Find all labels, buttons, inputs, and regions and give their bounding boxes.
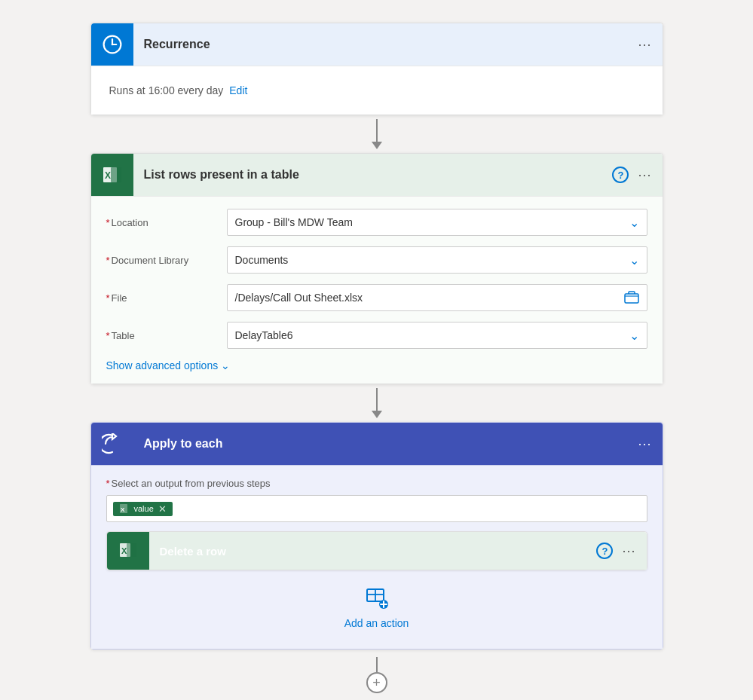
table-row: * Table DelayTable6 ⌄ xyxy=(106,322,647,349)
connector-1 xyxy=(372,115,382,153)
file-input[interactable]: /Delays/Call Out Sheet.xlsx xyxy=(227,284,647,311)
doc-library-chevron-icon: ⌄ xyxy=(629,253,639,267)
list-rows-card: X List rows present in a table ? ··· * L… xyxy=(90,153,663,384)
bottom-arrow-line xyxy=(376,657,378,672)
file-browse-icon[interactable] xyxy=(624,290,639,306)
location-value: Group - Bill's MDW Team xyxy=(235,216,353,228)
apply-icon-container xyxy=(91,423,133,465)
recurrence-title: Recurrence xyxy=(133,38,638,51)
document-library-value: Documents xyxy=(235,254,289,266)
location-chevron-icon: ⌄ xyxy=(629,216,639,230)
apply-to-each-card: Apply to each ··· * Select an output fro… xyxy=(90,422,663,650)
list-rows-actions: ? ··· xyxy=(612,167,651,183)
list-rows-help-icon[interactable]: ? xyxy=(612,167,629,183)
tag-close-icon[interactable]: ✕ xyxy=(158,503,167,515)
delete-row-excel-icon: X xyxy=(118,540,139,561)
show-advanced-label: Show advanced options xyxy=(106,359,219,371)
list-rows-icon-container: X xyxy=(91,154,133,196)
location-dropdown[interactable]: Group - Bill's MDW Team ⌄ xyxy=(227,209,647,236)
arrow-head-2 xyxy=(372,411,382,418)
value-tag: X value ✕ xyxy=(113,502,173,516)
delete-row-header: X Delete a row ? ··· xyxy=(107,532,647,570)
table-label: * Table xyxy=(106,330,227,341)
bottom-connector: + xyxy=(366,657,387,693)
list-rows-body: * Location Group - Bill's MDW Team ⌄ * D… xyxy=(91,196,663,384)
add-action-container: Add an action xyxy=(106,585,647,637)
arrow-line-1 xyxy=(376,119,378,142)
tag-value-text: value xyxy=(134,504,154,513)
location-required: * xyxy=(106,217,110,228)
location-row: * Location Group - Bill's MDW Team ⌄ xyxy=(106,209,647,236)
recurrence-info: Runs at 16:00 every day Edit xyxy=(106,78,647,102)
svg-text:X: X xyxy=(105,170,111,181)
svg-text:X: X xyxy=(121,506,125,513)
list-rows-header: X List rows present in a table ? ··· xyxy=(91,154,663,196)
table-dropdown[interactable]: DelayTable6 ⌄ xyxy=(227,322,647,349)
svg-rect-9 xyxy=(127,543,136,557)
delete-row-icon-container: X xyxy=(107,532,149,570)
location-label: * Location xyxy=(106,217,227,228)
file-required: * xyxy=(106,292,110,304)
table-value: DelayTable6 xyxy=(235,329,293,341)
doc-library-required: * xyxy=(106,255,110,266)
apply-loop-icon xyxy=(102,433,123,454)
document-library-label: * Document Library xyxy=(106,255,227,266)
table-required: * xyxy=(106,330,110,341)
clock-icon xyxy=(102,34,123,55)
add-action-icon xyxy=(365,585,389,614)
file-label: * File xyxy=(106,292,227,304)
apply-title: Apply to each xyxy=(133,437,638,451)
recurrence-runs-text: Runs at 16:00 every day xyxy=(109,84,224,96)
file-row: * File /Delays/Call Out Sheet.xlsx xyxy=(106,284,647,311)
select-output-label: * Select an output from previous steps xyxy=(106,478,647,489)
delete-row-more-menu[interactable]: ··· xyxy=(622,543,635,559)
list-rows-title: List rows present in a table xyxy=(133,168,613,182)
connector-2 xyxy=(372,384,382,422)
arrow-head-1 xyxy=(372,142,382,149)
document-library-row: * Document Library Documents ⌄ xyxy=(106,246,647,274)
select-output-required: * xyxy=(106,478,110,489)
arrow-line-2 xyxy=(376,388,378,411)
apply-actions: ··· xyxy=(638,436,651,452)
recurrence-edit-link[interactable]: Edit xyxy=(229,84,247,96)
excel-icon: X xyxy=(100,163,124,187)
svg-text:X: X xyxy=(121,546,127,555)
add-action-button[interactable]: Add an action xyxy=(344,585,409,629)
svg-rect-5 xyxy=(625,294,638,303)
document-library-dropdown[interactable]: Documents ⌄ xyxy=(227,246,647,274)
table-chevron-icon: ⌄ xyxy=(629,329,639,343)
recurrence-actions: ··· xyxy=(638,37,651,53)
recurrence-icon-container xyxy=(91,23,133,66)
recurrence-header: Recurrence ··· xyxy=(91,23,663,66)
add-step-button[interactable]: + xyxy=(366,672,387,693)
add-action-label: Add an action xyxy=(344,617,409,629)
show-advanced-chevron-icon: ⌄ xyxy=(221,359,230,371)
svg-rect-3 xyxy=(111,167,121,182)
delete-row-help-icon[interactable]: ? xyxy=(596,543,613,559)
delete-row-actions: ? ··· xyxy=(596,543,635,559)
delete-row-card: X Delete a row ? ··· xyxy=(106,531,647,570)
file-value: /Delays/Call Out Sheet.xlsx xyxy=(235,292,363,304)
svg-point-1 xyxy=(111,44,113,46)
recurrence-more-menu[interactable]: ··· xyxy=(638,37,651,53)
apply-body: * Select an output from previous steps X… xyxy=(91,465,663,649)
show-advanced-options[interactable]: Show advanced options ⌄ xyxy=(106,359,647,371)
delete-row-title: Delete a row xyxy=(149,545,597,558)
list-rows-more-menu[interactable]: ··· xyxy=(638,167,651,183)
apply-more-menu[interactable]: ··· xyxy=(638,436,651,452)
recurrence-card: Recurrence ··· Runs at 16:00 every day E… xyxy=(90,23,663,115)
apply-header: Apply to each ··· xyxy=(91,423,663,465)
select-output-input[interactable]: X value ✕ xyxy=(106,495,647,522)
recurrence-body: Runs at 16:00 every day Edit xyxy=(91,66,663,115)
tag-excel-icon: X xyxy=(119,503,130,514)
